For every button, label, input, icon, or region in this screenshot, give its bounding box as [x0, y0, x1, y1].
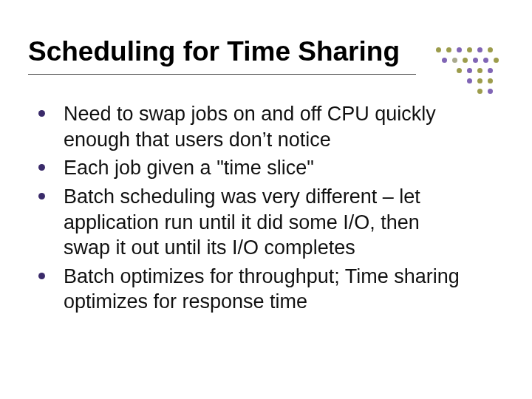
slide: Scheduling for Time Sharing Need to sw — [0, 0, 532, 399]
list-item: Need to swap jobs on and off CPU quickly… — [38, 101, 467, 152]
bullet-text: Each job given a "time slice" — [64, 157, 314, 179]
list-item: Batch optimizes for throughput; Time sha… — [38, 264, 467, 315]
bullet-text: Batch scheduling was very different – le… — [64, 185, 420, 259]
bullet-text: Need to swap jobs on and off CPU quickly… — [64, 103, 436, 151]
list-item: Batch scheduling was very different – le… — [38, 184, 467, 261]
bullet-icon — [38, 273, 45, 279]
bullet-icon — [38, 110, 45, 117]
decorative-dots — [421, 43, 510, 102]
title-underline — [28, 74, 416, 75]
bullet-icon — [38, 164, 45, 171]
bullet-list: Need to swap jobs on and off CPU quickly… — [28, 101, 467, 314]
bullet-icon — [38, 193, 45, 200]
list-item: Each job given a "time slice" — [38, 155, 467, 181]
bullet-text: Batch optimizes for throughput; Time sha… — [64, 265, 460, 313]
